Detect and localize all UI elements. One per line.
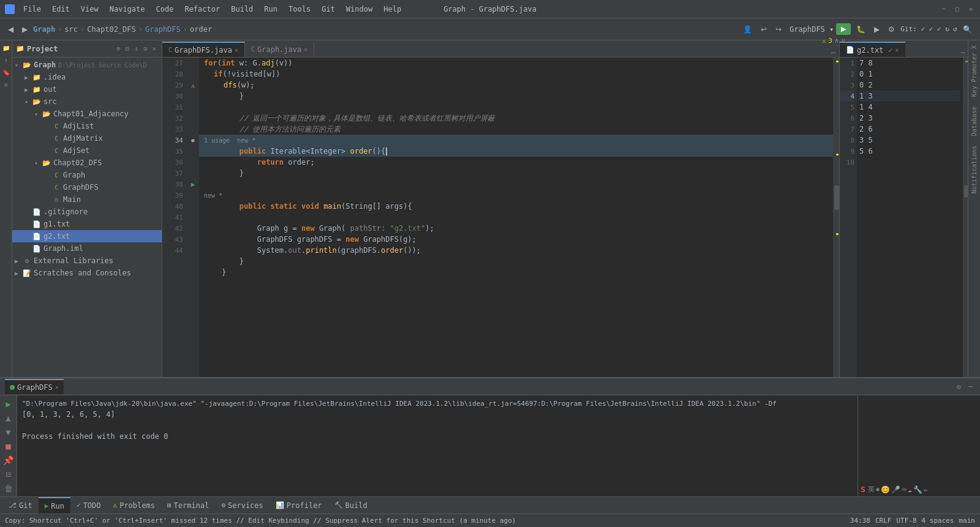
menu-refactor[interactable]: Refactor bbox=[179, 4, 225, 15]
input-tool-mic[interactable]: 🎤 bbox=[891, 485, 900, 494]
undo-button[interactable]: ↩ bbox=[758, 23, 770, 36]
coverage-button[interactable]: ▶ bbox=[871, 23, 883, 36]
menu-window[interactable]: Window bbox=[341, 4, 377, 15]
menu-help[interactable]: Help bbox=[379, 4, 406, 15]
menu-git[interactable]: Git bbox=[317, 4, 340, 15]
menu-run[interactable]: Run bbox=[259, 4, 282, 15]
tree-graphdfs[interactable]: ▶ C GraphDFS bbox=[12, 181, 162, 193]
right-tab-close[interactable]: ✕ bbox=[895, 47, 899, 53]
stop-button[interactable]: ■ bbox=[2, 440, 15, 452]
console-output[interactable]: "D:\Program Files\Java\jdk-20\bin\java.e… bbox=[17, 395, 858, 496]
input-tool-1[interactable]: 英 bbox=[868, 485, 875, 494]
sidebar-icon-database[interactable]: Database bbox=[970, 104, 979, 138]
tree-adjset[interactable]: ▶ C AdjSet bbox=[12, 144, 162, 157]
tree-scratches[interactable]: ▶ 📝 Scratches and Consoles bbox=[12, 267, 162, 279]
status-indent[interactable]: 4 spaces bbox=[922, 517, 954, 525]
scroll-thumb[interactable] bbox=[834, 185, 839, 210]
tree-adjlist[interactable]: ▶ C AdjList bbox=[12, 120, 162, 132]
status-branch[interactable]: main bbox=[959, 517, 976, 525]
forward-button[interactable]: ▶ bbox=[19, 23, 31, 36]
panel-collapse-btn[interactable]: ⊟ bbox=[124, 44, 132, 53]
menu-build[interactable]: Build bbox=[226, 4, 258, 15]
tree-g2txt[interactable]: ▶ 📄 g2.txt bbox=[12, 230, 162, 242]
right-code-content[interactable]: 7 8 0 1 0 2 1 3 1 4 2 3 2 6 3 5 5 6 bbox=[857, 58, 963, 377]
run-tab[interactable]: GraphDFS ✕ bbox=[5, 379, 64, 394]
menu-file[interactable]: File bbox=[18, 4, 46, 15]
tab-graph[interactable]: C Graph.java ✕ bbox=[245, 42, 314, 57]
scroll-down-button[interactable]: ▼ bbox=[2, 426, 15, 438]
menu-edit[interactable]: Edit bbox=[47, 4, 75, 15]
settings-button[interactable]: ⚙ bbox=[885, 23, 898, 36]
tree-out[interactable]: ▶ 📁 out bbox=[12, 83, 162, 95]
tabs-overflow-button[interactable]: ⋯ bbox=[827, 48, 839, 57]
code-view[interactable]: ⚠ 3 ∧ ∨ for(int w: G.adj(v)) if(!visited… bbox=[199, 58, 833, 377]
tab-graphdfs-close[interactable]: ✕ bbox=[235, 47, 238, 53]
rerun-button[interactable]: ▶ bbox=[2, 398, 15, 409]
tab-graph-close[interactable]: ✕ bbox=[304, 46, 307, 53]
panel-settings-icon[interactable]: ⚙ bbox=[954, 381, 963, 392]
input-tool-keyboard[interactable]: ⌨ bbox=[902, 485, 906, 494]
sidebar-icon-bookmarks[interactable]: 🔖 bbox=[1, 67, 11, 77]
panel-minimize-icon[interactable]: ─ bbox=[966, 381, 975, 392]
sidebar-icon-commit[interactable]: ⬆ bbox=[1, 55, 11, 65]
input-tool-2[interactable]: ✱ bbox=[876, 485, 880, 493]
search-button[interactable]: 🔍 bbox=[960, 23, 975, 36]
git-toolbar-btn[interactable]: ⎇ Git bbox=[2, 497, 39, 514]
menu-view[interactable]: View bbox=[76, 4, 104, 15]
terminal-toolbar-btn[interactable]: ⊞ Terminal bbox=[161, 497, 215, 514]
tree-gitignore[interactable]: ▶ 📄 .gitignore bbox=[12, 206, 162, 218]
right-scroll-thumb[interactable] bbox=[964, 185, 968, 198]
maximize-button[interactable]: □ bbox=[953, 5, 962, 13]
tree-graph[interactable]: ▶ C Graph bbox=[12, 169, 162, 181]
tree-src[interactable]: ▾ 📂 src bbox=[12, 95, 162, 108]
right-tab-g2txt[interactable]: 📄 g2.txt ✓ ✕ bbox=[840, 42, 905, 57]
close-button[interactable]: ✕ bbox=[967, 5, 975, 13]
tree-g1txt[interactable]: ▶ 📄 g1.txt bbox=[12, 218, 162, 230]
bc-src[interactable]: src bbox=[64, 25, 78, 34]
bc-class[interactable]: GraphDFS bbox=[145, 25, 181, 34]
problems-toolbar-btn[interactable]: ⚠ Problems bbox=[107, 497, 161, 514]
todo-toolbar-btn[interactable]: ✓ TODO bbox=[70, 497, 107, 514]
status-encoding[interactable]: UTF-8 bbox=[896, 517, 916, 525]
debug-button[interactable]: 🐛 bbox=[853, 23, 869, 36]
tab-graphdfs[interactable]: C GraphDFS.java ✕ bbox=[162, 42, 245, 57]
input-tool-4[interactable]: 🔧 bbox=[913, 485, 922, 494]
input-tool-5[interactable]: ✏ bbox=[924, 485, 928, 494]
profiler-toolbar-btn[interactable]: 📊 Profiler bbox=[270, 497, 328, 514]
sidebar-icon-notifications[interactable]: Notifications bbox=[970, 143, 979, 196]
panel-settings-btn[interactable]: ⚙ bbox=[141, 44, 149, 53]
panel-sort-btn[interactable]: ↕ bbox=[132, 44, 140, 53]
status-position[interactable]: 34:38 bbox=[850, 517, 870, 525]
bc-project[interactable]: Graph bbox=[33, 25, 55, 34]
tree-chapt02[interactable]: ▾ 📂 Chapt02_DFS bbox=[12, 157, 162, 169]
tree-graphiml[interactable]: ▶ 📄 Graph.iml bbox=[12, 242, 162, 255]
sidebar-icon-project[interactable]: 📁 bbox=[1, 43, 11, 53]
sidebar-icon-key-promoter[interactable]: Key Promoter X bbox=[970, 43, 979, 99]
scroll-up-button[interactable]: ▲ bbox=[2, 412, 15, 424]
run-toolbar-btn[interactable]: ▶ Run bbox=[39, 497, 70, 514]
tree-chapt01[interactable]: ▾ 📂 Chapt01_Adjacency bbox=[12, 108, 162, 120]
services-toolbar-btn[interactable]: ⚙ Services bbox=[215, 497, 269, 514]
editor-scrollbar[interactable] bbox=[833, 58, 839, 377]
tree-adjmatrix[interactable]: ▶ C AdjMatrix bbox=[12, 132, 162, 144]
run-button[interactable]: ▶ bbox=[836, 23, 851, 35]
redo-button[interactable]: ↪ bbox=[772, 23, 785, 36]
run-tab-close[interactable]: ✕ bbox=[55, 384, 59, 391]
bc-method[interactable]: order bbox=[190, 25, 212, 34]
menu-navigate[interactable]: Navigate bbox=[105, 4, 150, 15]
run-config-selector[interactable]: GraphDFS ▾ bbox=[790, 25, 834, 34]
tree-external[interactable]: ▶ ⚙ External Libraries bbox=[12, 255, 162, 267]
profile-button[interactable]: 👤 bbox=[740, 23, 755, 36]
status-line-ending[interactable]: CRLF bbox=[875, 517, 892, 525]
panel-locate-btn[interactable]: ⊕ bbox=[115, 44, 123, 53]
sidebar-icon-structure[interactable]: ≡ bbox=[1, 80, 11, 89]
input-tool-3[interactable]: ☁ bbox=[908, 485, 912, 494]
panel-close-btn[interactable]: ✕ bbox=[150, 44, 158, 53]
right-scrollbar[interactable] bbox=[963, 58, 968, 377]
input-tool-emoji[interactable]: 😊 bbox=[881, 485, 890, 494]
clear-button[interactable]: 🗑 bbox=[2, 482, 15, 494]
bc-package[interactable]: Chapt02_DFS bbox=[87, 25, 135, 34]
minimize-button[interactable]: ─ bbox=[940, 5, 948, 13]
filter-button[interactable]: ⊟ bbox=[2, 468, 15, 480]
right-tabs-more[interactable]: ⋯ bbox=[959, 48, 968, 57]
